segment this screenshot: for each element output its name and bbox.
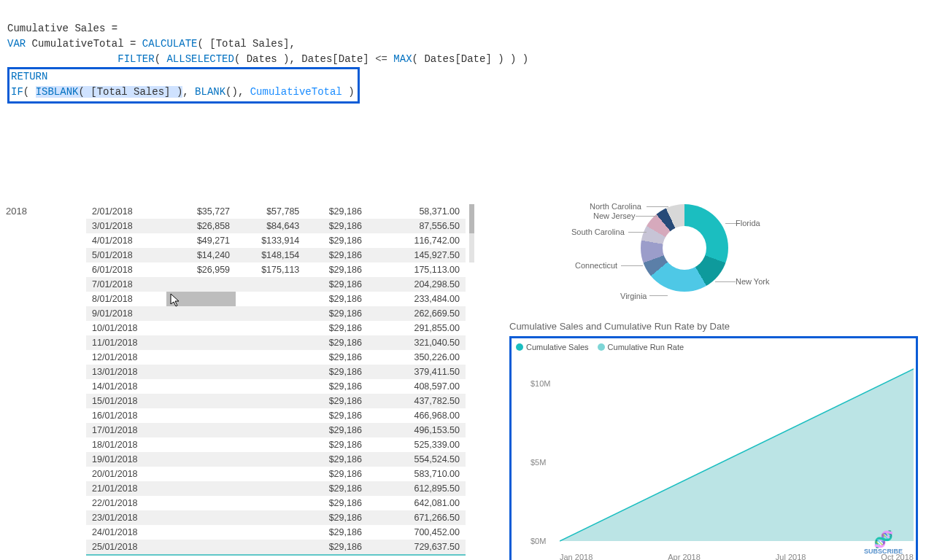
- table-cell[interactable]: $35,727: [166, 204, 236, 219]
- table-cell[interactable]: [166, 350, 236, 365]
- table-cell[interactable]: 23/01/2018: [86, 510, 166, 525]
- table-cell[interactable]: 20/01/2018: [86, 467, 166, 481]
- table-cell[interactable]: [166, 306, 236, 321]
- data-table-visual[interactable]: 2/01/2018$35,727$57,785$29,18658,371.003…: [86, 204, 466, 560]
- year-slicer-label[interactable]: 2018: [6, 204, 86, 560]
- table-cell[interactable]: 4/01/2018: [86, 233, 166, 248]
- table-cell[interactable]: 496,153.50: [368, 423, 466, 438]
- table-cell[interactable]: $29,186: [305, 525, 368, 540]
- table-cell[interactable]: [236, 306, 305, 321]
- donut-chart-visual[interactable]: North Carolina New Jersey South Carolina…: [553, 204, 830, 321]
- table-row[interactable]: 11/01/2018$29,186321,040.50: [86, 335, 466, 350]
- table-cell[interactable]: 12/01/2018: [86, 350, 166, 365]
- table-cell[interactable]: $29,186: [305, 510, 368, 525]
- table-row[interactable]: 17/01/2018$29,186496,153.50: [86, 423, 466, 438]
- table-cell[interactable]: 2/01/2018: [86, 204, 166, 219]
- table-row[interactable]: 19/01/2018$29,186554,524.50: [86, 452, 466, 467]
- table-cell[interactable]: $29,186: [305, 481, 368, 496]
- table-cell[interactable]: 408,597.00: [368, 379, 466, 394]
- table-cell[interactable]: [236, 496, 305, 510]
- table-cell[interactable]: 7/01/2018: [86, 277, 166, 292]
- table-cell[interactable]: 11/01/2018: [86, 335, 166, 350]
- table-cell[interactable]: 13/01/2018: [86, 365, 166, 379]
- table-cell[interactable]: [166, 540, 236, 555]
- table-cell[interactable]: 525,339.00: [368, 438, 466, 452]
- table-row[interactable]: 25/01/2018$29,186729,637.50: [86, 540, 466, 555]
- table-cell[interactable]: 437,782.50: [368, 394, 466, 408]
- table-cell[interactable]: [236, 467, 305, 481]
- table-cell[interactable]: $29,186: [305, 219, 368, 233]
- table-cell[interactable]: [166, 496, 236, 510]
- table-row[interactable]: 10/01/2018$29,186291,855.00: [86, 321, 466, 335]
- table-cell[interactable]: [166, 277, 236, 292]
- table-cell[interactable]: [236, 525, 305, 540]
- table-cell[interactable]: [236, 540, 305, 555]
- table-cell[interactable]: 175,113.00: [368, 262, 466, 277]
- table-cell[interactable]: 379,411.50: [368, 365, 466, 379]
- table-cell[interactable]: 262,669.50: [368, 306, 466, 321]
- table-cell[interactable]: [166, 438, 236, 452]
- table-cell[interactable]: [166, 452, 236, 467]
- table-row[interactable]: 14/01/2018$29,186408,597.00: [86, 379, 466, 394]
- table-cell[interactable]: $29,186: [305, 496, 368, 510]
- table-cell[interactable]: [236, 321, 305, 335]
- table-cell[interactable]: $29,186: [305, 233, 368, 248]
- table-cell[interactable]: $29,186: [305, 292, 368, 306]
- table-cell[interactable]: 350,226.00: [368, 350, 466, 365]
- table-cell[interactable]: $29,186: [305, 335, 368, 350]
- table-cell[interactable]: 291,855.00: [368, 321, 466, 335]
- table-cell[interactable]: $49,271: [166, 233, 236, 248]
- table-cell[interactable]: 642,081.00: [368, 496, 466, 510]
- table-cell[interactable]: $26,858: [166, 219, 236, 233]
- table-cell[interactable]: $29,186: [305, 262, 368, 277]
- table-cell[interactable]: 145,927.50: [368, 248, 466, 262]
- table-cell[interactable]: 554,524.50: [368, 452, 466, 467]
- table-row[interactable]: 23/01/2018$29,186671,266.50: [86, 510, 466, 525]
- table-row[interactable]: 6/01/2018$26,959$175,113$29,186175,113.0…: [86, 262, 466, 277]
- table-row[interactable]: 3/01/2018$26,858$84,643$29,18687,556.50: [86, 219, 466, 233]
- table-row[interactable]: 20/01/2018$29,186583,710.00: [86, 467, 466, 481]
- table-row[interactable]: 8/01/2018$29,186233,484.00: [86, 292, 466, 306]
- table-cell[interactable]: [236, 510, 305, 525]
- table-cell[interactable]: $29,186: [305, 350, 368, 365]
- table-cell[interactable]: 612,895.50: [368, 481, 466, 496]
- table-cell[interactable]: 729,637.50: [368, 540, 466, 555]
- table-cell[interactable]: [236, 438, 305, 452]
- table-cell[interactable]: $133,914: [236, 233, 305, 248]
- table-cell[interactable]: 58,371.00: [368, 204, 466, 219]
- table-cell[interactable]: $84,643: [236, 219, 305, 233]
- table-cell[interactable]: [166, 467, 236, 481]
- table-cell[interactable]: 116,742.00: [368, 233, 466, 248]
- table-row[interactable]: 13/01/2018$29,186379,411.50: [86, 365, 466, 379]
- table-cell[interactable]: 6/01/2018: [86, 262, 166, 277]
- table-cell[interactable]: [236, 292, 305, 306]
- table-cell[interactable]: [166, 408, 236, 423]
- table-cell[interactable]: $29,186: [305, 204, 368, 219]
- table-cell[interactable]: 18/01/2018: [86, 438, 166, 452]
- table-cell[interactable]: 321,040.50: [368, 335, 466, 350]
- table-cell[interactable]: [236, 277, 305, 292]
- legend-item-cumulative-run-rate[interactable]: Cumulative Run Rate: [598, 343, 684, 351]
- table-cell[interactable]: 466,968.00: [368, 408, 466, 423]
- table-cell[interactable]: 9/01/2018: [86, 306, 166, 321]
- table-cell[interactable]: $29,186: [305, 379, 368, 394]
- table-cell[interactable]: [166, 365, 236, 379]
- table-row[interactable]: 5/01/2018$14,240$148,154$29,186145,927.5…: [86, 248, 466, 262]
- table-cell[interactable]: [166, 321, 236, 335]
- table-cell[interactable]: $29,186: [305, 438, 368, 452]
- table-cell[interactable]: 10/01/2018: [86, 321, 166, 335]
- table-row[interactable]: 4/01/2018$49,271$133,914$29,186116,742.0…: [86, 233, 466, 248]
- table-cell[interactable]: 24/01/2018: [86, 525, 166, 540]
- table-cell[interactable]: $57,785: [236, 204, 305, 219]
- table-row[interactable]: 7/01/2018$29,186204,298.50: [86, 277, 466, 292]
- table-cell[interactable]: 3/01/2018: [86, 219, 166, 233]
- table-cell[interactable]: $14,240: [166, 248, 236, 262]
- table-row[interactable]: 22/01/2018$29,186642,081.00: [86, 496, 466, 510]
- table-cell[interactable]: $26,959: [166, 262, 236, 277]
- table-cell[interactable]: 8/01/2018: [86, 292, 166, 306]
- table-cell[interactable]: $29,186: [305, 306, 368, 321]
- table-cell[interactable]: $29,186: [305, 365, 368, 379]
- table-cell[interactable]: 15/01/2018: [86, 394, 166, 408]
- table-cell[interactable]: [236, 408, 305, 423]
- table-cell[interactable]: $29,186: [305, 394, 368, 408]
